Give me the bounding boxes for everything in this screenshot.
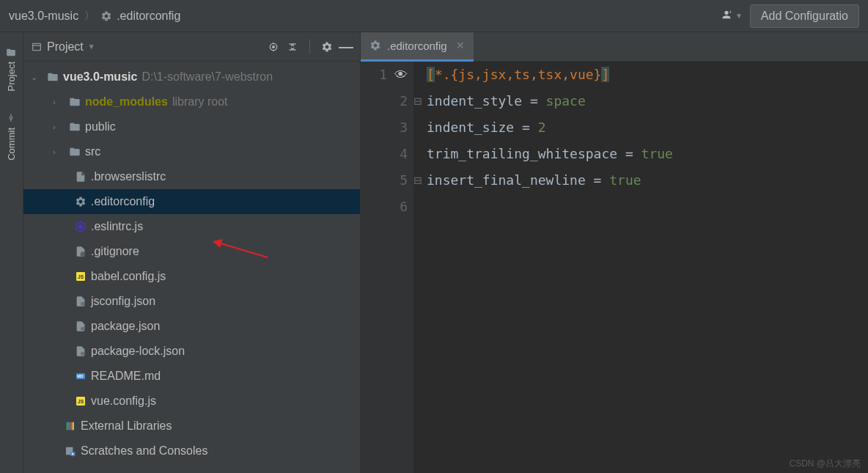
tree-file-jsconfig[interactable]: jsconfig.json	[23, 289, 360, 314]
hide-panel-icon[interactable]: —	[339, 40, 353, 54]
code-token: ]	[601, 67, 609, 82]
project-panel: Project ▼ — ⌄ vue3.0-music D:\1-software…	[23, 32, 361, 473]
eslint-icon	[75, 221, 87, 232]
rail-project-label: Project	[6, 62, 17, 91]
tree-item-label: Scratches and Consoles	[81, 444, 207, 458]
scratches-icon	[65, 445, 76, 457]
code-token: indent_style	[427, 93, 522, 109]
gutter[interactable]: 1👁 2 3 4 5 6	[361, 62, 413, 473]
rail-commit-button[interactable]: Commit	[6, 113, 17, 161]
project-icon	[31, 41, 43, 53]
divider	[309, 40, 310, 54]
expand-all-icon[interactable]	[286, 40, 299, 54]
tree-file-vue-config[interactable]: JS vue.config.js	[23, 389, 360, 414]
gear-icon	[369, 40, 381, 51]
select-opened-file-icon[interactable]	[267, 40, 280, 54]
breadcrumb-project[interactable]: vue3.0-music	[9, 10, 78, 23]
tree-root[interactable]: ⌄ vue3.0-music D:\1-software\7-webstron	[23, 65, 360, 89]
tree-item-suffix: library root	[172, 95, 228, 109]
breadcrumb-file-label: .editorconfig	[117, 10, 180, 23]
add-configuration-button[interactable]: Add Configuratio	[750, 4, 859, 28]
folder-icon	[69, 121, 81, 133]
panel-title-label: Project	[47, 40, 84, 54]
file-icon	[75, 171, 87, 183]
breadcrumb-file[interactable]: .editorconfig	[100, 10, 180, 23]
rail-project-button[interactable]: Project	[6, 47, 17, 91]
tree-item-label: package.json	[91, 320, 160, 333]
tree-file-browserslistrc[interactable]: .browserslistrc	[23, 164, 360, 189]
code-token: trim_trailing_whitespace	[427, 146, 617, 161]
svg-text:+: +	[729, 10, 732, 15]
tree-item-label: src	[85, 145, 100, 158]
breadcrumb-separator-icon: 〉	[84, 10, 95, 23]
tree-item-label: node_modules	[85, 95, 168, 109]
tree-item-label: package-lock.json	[91, 345, 185, 358]
code-token: indent_size	[427, 120, 514, 135]
tree-file-package-json[interactable]: package.json	[23, 314, 360, 339]
line-number: 1	[379, 62, 387, 88]
svg-rect-25	[67, 422, 68, 430]
code-token: true	[641, 146, 673, 161]
tree-root-path: D:\1-software\7-webstron	[141, 70, 273, 84]
code-token: =	[617, 146, 641, 161]
svg-rect-27	[70, 422, 72, 430]
line-number: 6	[400, 194, 408, 220]
code-editor[interactable]: 1👁 2 3 4 5 6 ⊟ ⊟ [*.{js,jsx,ts,tsx,vue}]…	[361, 62, 868, 473]
svg-point-7	[273, 45, 275, 48]
svg-text:MD: MD	[77, 374, 83, 378]
rail-commit-label: Commit	[6, 128, 17, 161]
project-tree[interactable]: ⌄ vue3.0-music D:\1-software\7-webstron …	[23, 62, 360, 466]
code-token: =	[522, 93, 546, 109]
expand-arrow-icon[interactable]: ›	[53, 122, 65, 131]
js-file-icon: JS	[75, 395, 87, 407]
tree-file-gitignore[interactable]: .gitignore	[23, 239, 360, 264]
tree-file-readme[interactable]: MD README.md	[23, 364, 360, 389]
svg-text:JS: JS	[78, 399, 84, 404]
config-file-icon	[75, 320, 87, 332]
libraries-icon	[65, 420, 76, 432]
code-token: insert_final_newline	[427, 172, 586, 188]
svg-point-20	[81, 352, 84, 356]
code-token: =	[514, 120, 538, 135]
panel-title-button[interactable]: Project ▼	[31, 40, 95, 54]
file-icon	[75, 246, 87, 257]
chevron-down-icon[interactable]: ▼	[735, 12, 743, 20]
eye-icon[interactable]: 👁	[394, 62, 408, 88]
code-content[interactable]: [*.{js,jsx,ts,tsx,vue}] indent_style = s…	[422, 62, 868, 473]
tree-external-libraries[interactable]: External Libraries	[23, 414, 360, 439]
tree-folder-public[interactable]: › public	[23, 114, 360, 139]
tree-file-editorconfig[interactable]: .editorconfig	[23, 189, 360, 214]
fold-gutter[interactable]: ⊟ ⊟	[413, 62, 422, 473]
tree-scratches[interactable]: Scratches and Consoles	[23, 439, 360, 463]
tree-item-label: .gitignore	[91, 245, 139, 258]
markdown-file-icon: MD	[75, 370, 87, 382]
breadcrumb-bar: vue3.0-music 〉 .editorconfig + ▼ Add Con…	[0, 0, 868, 32]
tree-item-label: jsconfig.json	[91, 295, 155, 308]
line-number: 4	[400, 141, 408, 167]
settings-gear-icon[interactable]	[320, 40, 334, 54]
tree-file-babel-config[interactable]: JS babel.config.js	[23, 264, 360, 289]
expand-arrow-icon[interactable]: ›	[53, 147, 65, 156]
tree-item-label: .eslintrc.js	[91, 220, 143, 233]
js-file-icon: JS	[75, 271, 87, 282]
line-number: 3	[400, 114, 408, 141]
close-tab-icon[interactable]: ✕	[456, 40, 465, 51]
gear-icon	[100, 10, 112, 22]
editor-tab[interactable]: .editorconfig ✕	[361, 32, 474, 62]
tree-item-label: External Libraries	[81, 419, 172, 433]
tree-item-label: vue.config.js	[91, 395, 156, 408]
code-token: *.{js,jsx,ts,tsx,vue}	[435, 67, 602, 82]
commit-icon	[7, 113, 17, 123]
tree-folder-src[interactable]: › src	[23, 139, 360, 164]
tree-file-eslintrc[interactable]: .eslintrc.js	[23, 214, 360, 239]
user-icon[interactable]: +	[721, 9, 732, 23]
folder-icon	[69, 96, 81, 108]
tree-file-package-lock[interactable]: package-lock.json	[23, 339, 360, 364]
code-token: [	[427, 67, 435, 82]
svg-rect-4	[33, 43, 41, 50]
config-file-icon	[75, 296, 87, 307]
tree-folder-node-modules[interactable]: › node_modules library root	[23, 89, 360, 114]
tab-bar: .editorconfig ✕	[361, 32, 868, 62]
expand-arrow-icon[interactable]: ›	[53, 98, 65, 106]
expand-arrow-icon[interactable]: ⌄	[31, 73, 43, 82]
